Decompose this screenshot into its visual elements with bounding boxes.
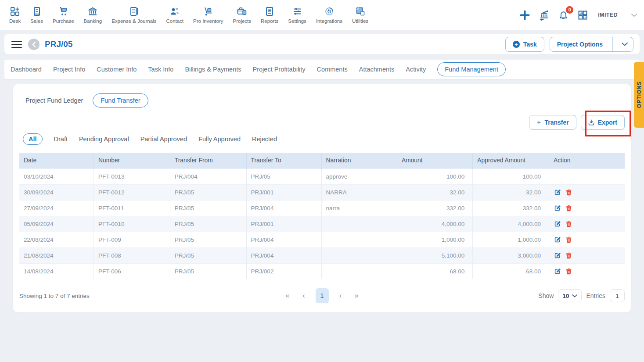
delete-button[interactable] <box>565 189 572 196</box>
pro-inventory-icon <box>203 6 213 17</box>
filter-partial-approved[interactable]: Partial Approved <box>140 136 187 143</box>
pagination-next-button[interactable]: › <box>337 292 344 300</box>
nav-item-purchase[interactable]: Purchase <box>48 4 79 26</box>
cell-approved-amount: 3,000.00 <box>473 247 549 263</box>
filter-fully-approved[interactable]: Fully Approved <box>198 136 241 143</box>
filter-rejected[interactable]: Rejected <box>252 136 277 143</box>
nav-item-projects[interactable]: Projects <box>228 4 256 26</box>
tab-dashboard[interactable]: Dashboard <box>11 66 42 73</box>
sales-icon <box>32 6 42 17</box>
project-options-button[interactable]: Project Options <box>550 37 633 52</box>
nav-item-desk[interactable]: Desk <box>4 4 25 26</box>
pagination-page-1[interactable]: 1 <box>316 288 329 303</box>
cell-amount: 32.00 <box>397 184 472 200</box>
column-header-action: Action <box>549 153 625 168</box>
back-button[interactable] <box>28 39 40 50</box>
subtab-project-fund-ledger[interactable]: Project Fund Ledger <box>25 97 83 104</box>
tab-fund-management[interactable]: Fund Management <box>437 62 506 76</box>
entries-label: Entries <box>586 292 605 299</box>
cell-approved-amount: 1,000.00 <box>473 232 549 247</box>
edit-button[interactable] <box>554 268 561 275</box>
cell-date: 27/09/2024 <box>19 200 94 216</box>
edit-button[interactable] <box>554 204 561 212</box>
delete-button[interactable] <box>565 220 572 228</box>
page-title: PRJ/05 <box>45 39 72 49</box>
cell-date: 21/08/2024 <box>19 247 94 263</box>
nav-item-label: Reports <box>261 18 278 24</box>
cell-number: PFT-009 <box>94 232 170 247</box>
nav-item-reports[interactable]: Reports <box>256 4 283 26</box>
pagination-last-button[interactable]: » <box>352 292 361 300</box>
tab-activity[interactable]: Activity <box>406 66 426 73</box>
cell-transfer-to: PRJ/002 <box>246 263 321 279</box>
tab-task-info[interactable]: Task Info <box>148 66 173 73</box>
delete-button[interactable] <box>565 268 572 275</box>
cell-date: 22/08/2024 <box>19 232 94 247</box>
column-header-amount: Amount <box>397 153 472 168</box>
task-button[interactable]: + Task <box>505 37 544 52</box>
chevron-down-icon[interactable] <box>616 43 633 46</box>
pagination: « ‹ 1 › » <box>283 288 361 303</box>
company-name[interactable]: IMITED <box>598 12 618 18</box>
edit-button[interactable] <box>554 252 561 259</box>
expense-journals-icon <box>129 6 139 17</box>
cell-amount: 1,000.00 <box>397 232 472 247</box>
edit-button[interactable] <box>554 236 561 244</box>
bank-transfer-icon[interactable] <box>538 9 550 21</box>
nav-item-expense-journals[interactable]: Expense & Journals <box>107 4 161 26</box>
cell-narration <box>321 232 397 247</box>
edit-button[interactable] <box>554 220 561 228</box>
export-button[interactable]: Export <box>581 115 625 130</box>
column-header-transfer-from: Transfer From <box>170 153 246 168</box>
cell-transfer-to: PRJ/004 <box>246 200 321 216</box>
project-options-label: Project Options <box>557 41 603 48</box>
filter-draft[interactable]: Draft <box>54 136 68 143</box>
nav-item-contact[interactable]: Contact <box>161 4 188 26</box>
cell-action <box>549 184 625 200</box>
subtab-fund-transfer[interactable]: Fund Transfer <box>93 93 148 108</box>
quick-add-icon[interactable] <box>519 9 531 21</box>
tab-project-profitability[interactable]: Project Profitability <box>253 66 306 73</box>
tab-attachments[interactable]: Attachments <box>359 66 395 73</box>
select-chevron-icon <box>572 294 577 297</box>
nav-item-label: Projects <box>233 18 251 24</box>
show-label: Show <box>538 292 554 299</box>
tab-project-info[interactable]: Project Info <box>53 66 85 73</box>
company-dropdown-chevron-icon[interactable] <box>631 11 637 19</box>
column-header-narration: Narration <box>321 153 397 168</box>
cell-number: PFT-0011 <box>94 200 170 216</box>
tab-customer-info[interactable]: Customer Info <box>97 66 137 73</box>
nav-item-integrations[interactable]: Integrations <box>311 4 347 26</box>
transfer-button-label: Transfer <box>544 119 568 126</box>
page-size-select[interactable]: 10 <box>558 289 582 302</box>
notifications-bell-icon[interactable]: 0 <box>558 9 569 21</box>
edit-button[interactable] <box>554 189 561 196</box>
filter-pending-approval[interactable]: Pending Approval <box>79 136 129 143</box>
nav-item-settings[interactable]: Settings <box>283 4 311 26</box>
pagination-prev-button[interactable]: ‹ <box>300 292 307 300</box>
cell-date: 05/09/2024 <box>19 216 94 232</box>
cell-date: 14/08/2024 <box>19 263 94 279</box>
pagination-first-button[interactable]: « <box>283 292 292 300</box>
cell-transfer-to: PRJ/001 <box>246 216 321 232</box>
menu-hamburger-icon[interactable] <box>11 41 22 48</box>
options-side-tab[interactable]: OPTIONS <box>634 62 644 128</box>
tab-comments[interactable]: Comments <box>317 66 348 73</box>
nav-item-pro-inventory[interactable]: Pro Inventory <box>188 4 228 26</box>
delete-button[interactable] <box>565 204 572 212</box>
transfer-button[interactable]: + Transfer <box>529 115 576 130</box>
cell-action <box>549 168 625 184</box>
apps-grid-icon[interactable] <box>577 9 589 21</box>
delete-button[interactable] <box>565 236 572 244</box>
delete-button[interactable] <box>565 252 572 259</box>
filter-all[interactable]: All <box>23 133 43 145</box>
nav-item-label: Sales <box>30 18 43 24</box>
entries-page-input[interactable]: 1 <box>610 289 625 302</box>
top-nav-items: DeskSalesPurchaseBankingExpense & Journa… <box>4 4 373 26</box>
tab-billings-payments[interactable]: Billings & Payments <box>185 66 241 73</box>
nav-item-utilities[interactable]: Utilities <box>347 4 373 26</box>
nav-item-label: Utilities <box>352 18 368 24</box>
contact-icon <box>169 6 180 17</box>
nav-item-banking[interactable]: Banking <box>79 4 107 26</box>
nav-item-sales[interactable]: Sales <box>25 4 48 26</box>
